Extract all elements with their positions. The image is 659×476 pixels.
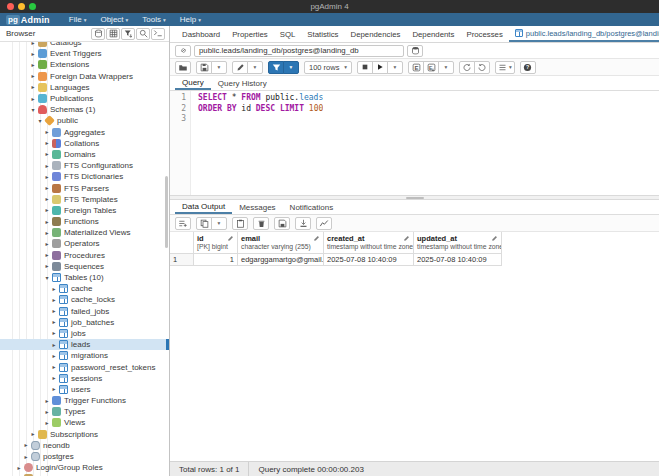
cell-updated-at[interactable]: 2025-07-08 10:40:09 bbox=[414, 254, 502, 266]
tree-item-foreign-tables[interactable]: ▸Foreign Tables bbox=[0, 205, 169, 216]
chevron-right-icon[interactable]: ▸ bbox=[29, 95, 37, 103]
commit-button[interactable] bbox=[459, 61, 475, 74]
tree-item-foreign-data-wrappers[interactable]: ▸Foreign Data Wrappers bbox=[0, 71, 169, 82]
tree-item-types[interactable]: ▸Types bbox=[0, 406, 169, 417]
add-server-icon[interactable] bbox=[91, 28, 105, 40]
save-file-button[interactable] bbox=[196, 61, 212, 74]
tab-dependencies[interactable]: Dependencies bbox=[345, 26, 407, 42]
chevron-right-icon[interactable]: ▸ bbox=[29, 83, 37, 91]
tree-item-cache-locks[interactable]: ▸cache_locks bbox=[0, 294, 169, 305]
cell-email[interactable]: edgarggamartgo@gmail.com bbox=[238, 254, 324, 266]
menu-tools[interactable]: Tools▾ bbox=[135, 15, 172, 24]
explain-menu-button[interactable]: ▾ bbox=[438, 61, 454, 74]
row-number-cell[interactable]: 1 bbox=[170, 254, 194, 266]
new-connection-icon[interactable] bbox=[407, 45, 423, 57]
open-file-button[interactable] bbox=[175, 61, 191, 74]
tab-processes[interactable]: Processes bbox=[460, 26, 508, 42]
panel-splitter[interactable] bbox=[170, 195, 659, 200]
maximize-window-icon[interactable] bbox=[29, 3, 36, 10]
chevron-down-icon[interactable]: ▾ bbox=[43, 274, 51, 282]
edit-column-icon[interactable] bbox=[403, 235, 410, 242]
tree-item-schemas-1[interactable]: ▾Schemas (1) bbox=[0, 104, 169, 115]
tree-item-migrations[interactable]: ▸migrations bbox=[0, 350, 169, 361]
editor-code[interactable]: SELECT * FROM public.leadsORDER BY id DE… bbox=[191, 91, 323, 195]
chevron-right-icon[interactable]: ▸ bbox=[29, 430, 37, 438]
grid-corner-cell[interactable] bbox=[170, 232, 194, 254]
chevron-right-icon[interactable]: ▸ bbox=[43, 218, 51, 226]
chevron-right-icon[interactable]: ▸ bbox=[43, 262, 51, 270]
chevron-right-icon[interactable]: ▸ bbox=[43, 206, 51, 214]
minimize-window-icon[interactable] bbox=[18, 3, 25, 10]
sql-editor[interactable]: 123 SELECT * FROM public.leadsORDER BY i… bbox=[170, 91, 659, 195]
edit-column-icon[interactable] bbox=[313, 235, 320, 242]
tree-item-leads[interactable]: ▸leads bbox=[0, 339, 169, 350]
column-header-id[interactable]: id[PK] bigint bbox=[194, 232, 238, 254]
splitter-grip-icon[interactable] bbox=[406, 197, 424, 199]
tree-item-functions[interactable]: ▸Functions bbox=[0, 216, 169, 227]
tab-data-output[interactable]: Data Output bbox=[175, 200, 232, 214]
tree-item-procedures[interactable]: ▸Procedures bbox=[0, 250, 169, 261]
explain-analyze-button[interactable]: E bbox=[423, 61, 439, 74]
tree-item-failed-jobs[interactable]: ▸failed_jobs bbox=[0, 306, 169, 317]
column-header-email[interactable]: emailcharacter varying (255) bbox=[238, 232, 324, 254]
tree-item-subscriptions[interactable]: ▸Subscriptions bbox=[0, 429, 169, 440]
filter-tree-icon[interactable] bbox=[121, 28, 135, 40]
chevron-right-icon[interactable]: ▸ bbox=[50, 285, 58, 293]
sidebar-scrollbar[interactable] bbox=[165, 176, 168, 248]
tree-item-neondb[interactable]: ▸neondb bbox=[0, 440, 169, 451]
connection-status-icon[interactable] bbox=[175, 45, 191, 57]
tree-item-public[interactable]: ▾public bbox=[0, 115, 169, 126]
chevron-right-icon[interactable]: ▸ bbox=[43, 150, 51, 158]
menu-help[interactable]: Help▾ bbox=[173, 15, 208, 24]
chevron-down-icon[interactable]: ▾ bbox=[36, 117, 44, 125]
add-row-button[interactable] bbox=[175, 217, 191, 230]
search-icon[interactable] bbox=[136, 28, 150, 40]
save-data-changes-button[interactable] bbox=[274, 217, 290, 230]
help-button[interactable]: ? bbox=[520, 61, 536, 74]
delete-row-button[interactable] bbox=[253, 217, 269, 230]
tree-item-materialized-views[interactable]: ▸Materialized Views bbox=[0, 227, 169, 238]
tree-item-fts-configurations[interactable]: ▸FTS Configurations bbox=[0, 160, 169, 171]
edit-button[interactable] bbox=[232, 61, 248, 74]
tree-item-collations[interactable]: ▸Collations bbox=[0, 138, 169, 149]
menu-object[interactable]: Object▾ bbox=[93, 15, 135, 24]
tab-query-history[interactable]: Query History bbox=[211, 76, 274, 90]
chevron-right-icon[interactable]: ▸ bbox=[22, 453, 30, 461]
tree-item-views[interactable]: ▸Views bbox=[0, 417, 169, 428]
tree-item-publications[interactable]: ▸Publications bbox=[0, 93, 169, 104]
chevron-right-icon[interactable]: ▸ bbox=[43, 251, 51, 259]
tab-statistics[interactable]: Statistics bbox=[301, 26, 344, 42]
tree-item-sequences[interactable]: ▸Sequences bbox=[0, 261, 169, 272]
chevron-right-icon[interactable]: ▸ bbox=[50, 318, 58, 326]
tree-item-fts-parsers[interactable]: ▸FTS Parsers bbox=[0, 182, 169, 193]
table-row[interactable]: 11edgarggamartgo@gmail.com2025-07-08 10:… bbox=[170, 254, 659, 266]
cell-created-at[interactable]: 2025-07-08 10:40:09 bbox=[324, 254, 414, 266]
stop-button[interactable] bbox=[357, 61, 373, 74]
copy-button[interactable] bbox=[196, 217, 212, 230]
execute-button[interactable] bbox=[372, 61, 388, 74]
code-line[interactable] bbox=[198, 114, 323, 125]
chevron-right-icon[interactable]: ▸ bbox=[43, 162, 51, 170]
close-window-icon[interactable] bbox=[7, 3, 14, 10]
chevron-right-icon[interactable]: ▸ bbox=[50, 385, 58, 393]
chevron-down-icon[interactable]: ▾ bbox=[29, 106, 37, 114]
column-header-created-at[interactable]: created_attimestamp without time zone bbox=[324, 232, 414, 254]
tab-properties[interactable]: Properties bbox=[226, 26, 274, 42]
tree-item-postgres[interactable]: ▸postgres bbox=[0, 451, 169, 462]
tab-dependents[interactable]: Dependents bbox=[406, 26, 460, 42]
edit-column-icon[interactable] bbox=[491, 235, 498, 242]
tree-item-job-batches[interactable]: ▸job_batches bbox=[0, 317, 169, 328]
chevron-right-icon[interactable]: ▸ bbox=[22, 441, 30, 449]
tree-item-languages[interactable]: ▸Languages bbox=[0, 82, 169, 93]
tab-sql[interactable]: SQL bbox=[274, 26, 302, 42]
chevron-right-icon[interactable]: ▸ bbox=[29, 50, 37, 58]
tab-dashboard[interactable]: Dashboard bbox=[176, 26, 226, 42]
tree-item-trigger-functions[interactable]: ▸Trigger Functions bbox=[0, 395, 169, 406]
edit-column-icon[interactable] bbox=[227, 235, 234, 242]
cell-id[interactable]: 1 bbox=[194, 254, 238, 266]
rollback-button[interactable] bbox=[474, 61, 490, 74]
tree-item-fts-dictionaries[interactable]: ▸FTS Dictionaries bbox=[0, 171, 169, 182]
chevron-right-icon[interactable]: ▸ bbox=[15, 464, 23, 472]
tab-notifications[interactable]: Notifications bbox=[283, 200, 341, 214]
chevron-right-icon[interactable]: ▸ bbox=[43, 128, 51, 136]
